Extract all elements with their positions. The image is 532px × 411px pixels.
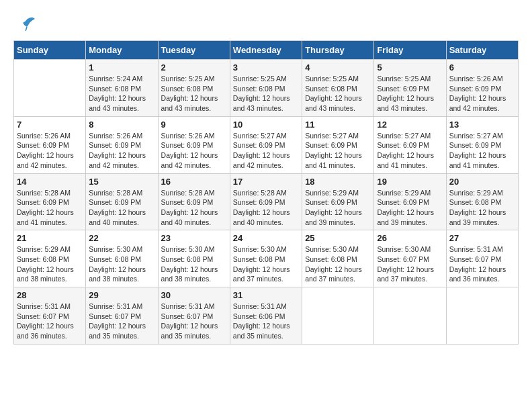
day-info: Sunrise: 5:27 AM Sunset: 6:09 PM Dayligh… bbox=[449, 131, 515, 171]
day-number: 15 bbox=[89, 177, 154, 187]
day-number: 26 bbox=[377, 233, 443, 243]
calendar-cell: 24Sunrise: 5:30 AM Sunset: 6:08 PM Dayli… bbox=[230, 230, 302, 287]
day-info: Sunrise: 5:28 AM Sunset: 6:09 PM Dayligh… bbox=[17, 188, 83, 228]
day-info: Sunrise: 5:28 AM Sunset: 6:09 PM Dayligh… bbox=[89, 188, 154, 228]
logo-bird-icon bbox=[17, 13, 38, 34]
calendar-cell: 26Sunrise: 5:30 AM Sunset: 6:07 PM Dayli… bbox=[374, 230, 446, 287]
day-info: Sunrise: 5:31 AM Sunset: 6:06 PM Dayligh… bbox=[233, 302, 299, 341]
day-info: Sunrise: 5:27 AM Sunset: 6:09 PM Dayligh… bbox=[305, 131, 371, 171]
calendar-cell: 16Sunrise: 5:28 AM Sunset: 6:09 PM Dayli… bbox=[158, 173, 230, 230]
day-info: Sunrise: 5:28 AM Sunset: 6:09 PM Dayligh… bbox=[161, 188, 227, 228]
calendar-cell: 4Sunrise: 5:25 AM Sunset: 6:08 PM Daylig… bbox=[302, 60, 374, 117]
calendar-week-row: 14Sunrise: 5:28 AM Sunset: 6:09 PM Dayli… bbox=[14, 173, 519, 230]
day-number: 9 bbox=[161, 120, 227, 130]
day-info: Sunrise: 5:29 AM Sunset: 6:09 PM Dayligh… bbox=[377, 188, 443, 228]
day-number: 11 bbox=[305, 120, 371, 130]
day-info: Sunrise: 5:26 AM Sunset: 6:09 PM Dayligh… bbox=[449, 74, 515, 113]
day-number: 13 bbox=[449, 120, 515, 130]
day-number: 28 bbox=[17, 290, 83, 300]
calendar-cell: 8Sunrise: 5:26 AM Sunset: 6:09 PM Daylig… bbox=[86, 116, 158, 173]
day-info: Sunrise: 5:26 AM Sunset: 6:09 PM Dayligh… bbox=[89, 131, 154, 171]
day-number: 18 bbox=[305, 177, 371, 187]
day-info: Sunrise: 5:30 AM Sunset: 6:08 PM Dayligh… bbox=[233, 244, 299, 284]
day-info: Sunrise: 5:30 AM Sunset: 6:07 PM Dayligh… bbox=[377, 244, 443, 284]
calendar-cell: 22Sunrise: 5:30 AM Sunset: 6:08 PM Dayli… bbox=[86, 230, 158, 287]
day-number: 16 bbox=[161, 177, 227, 187]
calendar-cell bbox=[374, 287, 446, 345]
day-info: Sunrise: 5:31 AM Sunset: 6:07 PM Dayligh… bbox=[161, 302, 227, 341]
day-info: Sunrise: 5:31 AM Sunset: 6:07 PM Dayligh… bbox=[89, 302, 154, 341]
calendar-cell: 31Sunrise: 5:31 AM Sunset: 6:06 PM Dayli… bbox=[230, 287, 302, 345]
calendar-week-row: 21Sunrise: 5:29 AM Sunset: 6:08 PM Dayli… bbox=[14, 230, 519, 287]
day-number: 12 bbox=[377, 120, 443, 130]
day-info: Sunrise: 5:30 AM Sunset: 6:08 PM Dayligh… bbox=[161, 244, 227, 284]
page-header bbox=[13, 13, 519, 34]
calendar-cell: 23Sunrise: 5:30 AM Sunset: 6:08 PM Dayli… bbox=[158, 230, 230, 287]
day-info: Sunrise: 5:25 AM Sunset: 6:08 PM Dayligh… bbox=[161, 74, 227, 113]
day-number: 3 bbox=[233, 62, 299, 73]
day-info: Sunrise: 5:26 AM Sunset: 6:09 PM Dayligh… bbox=[17, 131, 83, 171]
day-number: 2 bbox=[161, 62, 227, 73]
day-number: 7 bbox=[17, 120, 83, 130]
calendar-cell: 30Sunrise: 5:31 AM Sunset: 6:07 PM Dayli… bbox=[158, 287, 230, 345]
calendar-cell: 21Sunrise: 5:29 AM Sunset: 6:08 PM Dayli… bbox=[14, 230, 86, 287]
weekday-header-friday: Friday bbox=[374, 41, 446, 60]
calendar-cell bbox=[14, 60, 86, 117]
day-info: Sunrise: 5:31 AM Sunset: 6:07 PM Dayligh… bbox=[17, 302, 83, 341]
calendar-cell: 12Sunrise: 5:27 AM Sunset: 6:09 PM Dayli… bbox=[374, 116, 446, 173]
calendar-cell: 3Sunrise: 5:25 AM Sunset: 6:08 PM Daylig… bbox=[230, 60, 302, 117]
day-number: 22 bbox=[89, 233, 154, 243]
calendar-cell: 28Sunrise: 5:31 AM Sunset: 6:07 PM Dayli… bbox=[14, 287, 86, 345]
calendar-week-row: 28Sunrise: 5:31 AM Sunset: 6:07 PM Dayli… bbox=[14, 287, 519, 345]
weekday-header-sunday: Sunday bbox=[14, 41, 86, 60]
day-info: Sunrise: 5:29 AM Sunset: 6:08 PM Dayligh… bbox=[449, 188, 515, 228]
calendar-cell: 6Sunrise: 5:26 AM Sunset: 6:09 PM Daylig… bbox=[446, 60, 518, 117]
weekday-header-row: SundayMondayTuesdayWednesdayThursdayFrid… bbox=[14, 41, 519, 60]
day-number: 5 bbox=[377, 62, 443, 73]
day-number: 19 bbox=[377, 177, 443, 187]
calendar-cell: 17Sunrise: 5:28 AM Sunset: 6:09 PM Dayli… bbox=[230, 173, 302, 230]
calendar-cell: 10Sunrise: 5:27 AM Sunset: 6:09 PM Dayli… bbox=[230, 116, 302, 173]
calendar-cell: 29Sunrise: 5:31 AM Sunset: 6:07 PM Dayli… bbox=[86, 287, 158, 345]
calendar-cell: 13Sunrise: 5:27 AM Sunset: 6:09 PM Dayli… bbox=[446, 116, 518, 173]
day-info: Sunrise: 5:29 AM Sunset: 6:09 PM Dayligh… bbox=[305, 188, 371, 228]
day-info: Sunrise: 5:25 AM Sunset: 6:08 PM Dayligh… bbox=[305, 74, 371, 113]
day-info: Sunrise: 5:29 AM Sunset: 6:08 PM Dayligh… bbox=[17, 244, 83, 284]
logo bbox=[13, 13, 38, 34]
day-number: 31 bbox=[233, 290, 299, 300]
calendar-cell: 15Sunrise: 5:28 AM Sunset: 6:09 PM Dayli… bbox=[86, 173, 158, 230]
calendar-cell: 11Sunrise: 5:27 AM Sunset: 6:09 PM Dayli… bbox=[302, 116, 374, 173]
calendar-table: SundayMondayTuesdayWednesdayThursdayFrid… bbox=[13, 40, 519, 345]
calendar-cell: 7Sunrise: 5:26 AM Sunset: 6:09 PM Daylig… bbox=[14, 116, 86, 173]
weekday-header-saturday: Saturday bbox=[446, 41, 518, 60]
calendar-cell: 18Sunrise: 5:29 AM Sunset: 6:09 PM Dayli… bbox=[302, 173, 374, 230]
day-info: Sunrise: 5:26 AM Sunset: 6:09 PM Dayligh… bbox=[161, 131, 227, 171]
day-number: 10 bbox=[233, 120, 299, 130]
day-info: Sunrise: 5:30 AM Sunset: 6:08 PM Dayligh… bbox=[89, 244, 154, 284]
day-number: 30 bbox=[161, 290, 227, 300]
day-info: Sunrise: 5:25 AM Sunset: 6:09 PM Dayligh… bbox=[377, 74, 443, 113]
calendar-week-row: 1Sunrise: 5:24 AM Sunset: 6:08 PM Daylig… bbox=[14, 60, 519, 117]
day-number: 27 bbox=[449, 233, 515, 243]
calendar-cell: 25Sunrise: 5:30 AM Sunset: 6:08 PM Dayli… bbox=[302, 230, 374, 287]
day-number: 1 bbox=[89, 62, 154, 73]
day-number: 17 bbox=[233, 177, 299, 187]
day-number: 6 bbox=[449, 62, 515, 73]
calendar-cell: 5Sunrise: 5:25 AM Sunset: 6:09 PM Daylig… bbox=[374, 60, 446, 117]
day-info: Sunrise: 5:31 AM Sunset: 6:07 PM Dayligh… bbox=[449, 244, 515, 284]
day-number: 25 bbox=[305, 233, 371, 243]
calendar-cell: 9Sunrise: 5:26 AM Sunset: 6:09 PM Daylig… bbox=[158, 116, 230, 173]
calendar-cell bbox=[446, 287, 518, 345]
calendar-cell bbox=[302, 287, 374, 345]
calendar-cell: 14Sunrise: 5:28 AM Sunset: 6:09 PM Dayli… bbox=[14, 173, 86, 230]
calendar-cell: 1Sunrise: 5:24 AM Sunset: 6:08 PM Daylig… bbox=[86, 60, 158, 117]
day-info: Sunrise: 5:30 AM Sunset: 6:08 PM Dayligh… bbox=[305, 244, 371, 284]
day-number: 21 bbox=[17, 233, 83, 243]
calendar-cell: 19Sunrise: 5:29 AM Sunset: 6:09 PM Dayli… bbox=[374, 173, 446, 230]
day-number: 8 bbox=[89, 120, 154, 130]
day-number: 20 bbox=[449, 177, 515, 187]
calendar-week-row: 7Sunrise: 5:26 AM Sunset: 6:09 PM Daylig… bbox=[14, 116, 519, 173]
day-info: Sunrise: 5:27 AM Sunset: 6:09 PM Dayligh… bbox=[377, 131, 443, 171]
day-number: 4 bbox=[305, 62, 371, 73]
day-number: 29 bbox=[89, 290, 154, 300]
